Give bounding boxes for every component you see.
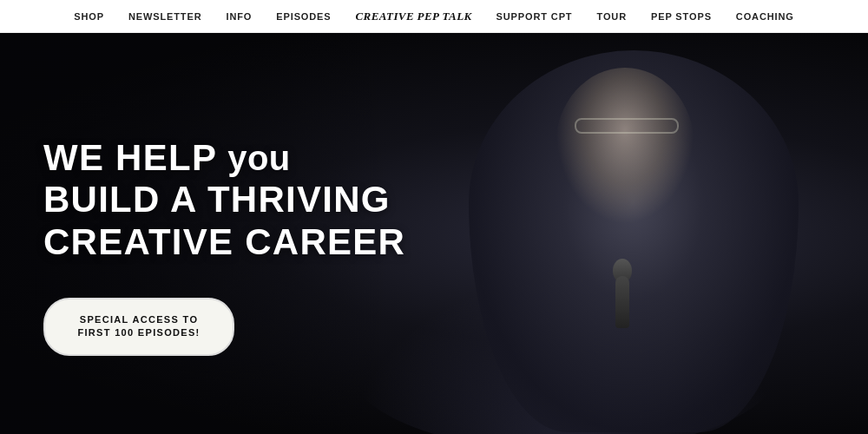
nav-episodes[interactable]: EPISODES xyxy=(276,11,331,22)
nav-info[interactable]: INFO xyxy=(226,11,252,22)
headline-you: you xyxy=(227,139,290,177)
nav-shop[interactable]: SHOP xyxy=(74,11,104,22)
headline-we-help: WE HELP xyxy=(43,137,227,178)
nav-newsletter[interactable]: NEWSLETTER xyxy=(128,11,202,22)
nav-pep-stops[interactable]: PEP STOPS xyxy=(651,11,712,22)
microphone-body xyxy=(615,276,629,328)
cta-button[interactable]: SPECIAL ACCESS TO FIRST 100 EPISODES! xyxy=(43,298,234,356)
hero-headline: WE HELP you BUILD A THRIVING CREATIVE CA… xyxy=(43,137,529,263)
headline-line1: WE HELP you xyxy=(43,137,529,179)
hero-content: WE HELP you BUILD A THRIVING CREATIVE CA… xyxy=(43,137,529,356)
face-highlight xyxy=(556,68,694,224)
main-nav: SHOP NEWSLETTER INFO EPISODES CREATIVE P… xyxy=(0,0,868,33)
headline-line3: CREATIVE CAREER xyxy=(43,221,529,263)
nav-tour[interactable]: TOUR xyxy=(596,11,626,22)
nav-coaching[interactable]: COACHING xyxy=(736,11,794,22)
glasses-detail xyxy=(575,118,679,134)
hero-section: WE HELP you BUILD A THRIVING CREATIVE CA… xyxy=(0,33,868,434)
headline-line2: BUILD A THRIVING xyxy=(43,179,529,220)
nav-support-cpt[interactable]: SUPPORT CPT xyxy=(496,11,573,22)
nav-logo[interactable]: CREATIVE PEP TALK xyxy=(356,10,472,23)
